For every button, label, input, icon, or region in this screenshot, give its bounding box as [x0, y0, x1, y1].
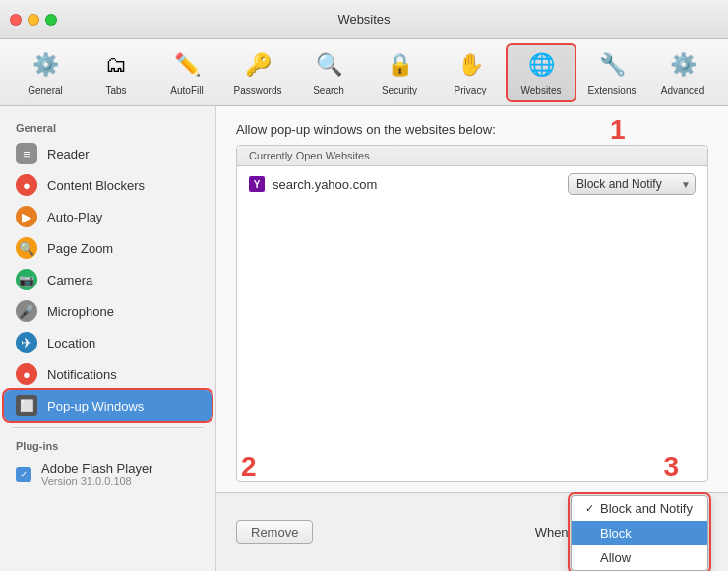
- toolbar-extensions-label: Extensions: [588, 85, 637, 96]
- toolbar-autofill[interactable]: ✏️ AutoFill: [152, 43, 222, 102]
- sidebar-item-auto-play[interactable]: ▶ Auto-Play: [4, 201, 212, 232]
- passwords-icon: 🔑: [242, 49, 273, 81]
- sidebar-group-general: General: [0, 116, 215, 138]
- toolbar-passwords-label: Passwords: [234, 85, 282, 96]
- autofill-icon: ✏️: [171, 49, 203, 81]
- plugin-version: Version 31.0.0.108: [41, 476, 152, 487]
- remove-button[interactable]: Remove: [236, 520, 313, 544]
- dropdown-option-allow[interactable]: ✓ Allow: [572, 545, 707, 570]
- toolbar-privacy-label: Privacy: [455, 85, 487, 96]
- advanced-icon: ⚙️: [667, 49, 698, 81]
- close-button[interactable]: [10, 14, 22, 26]
- bottom-bar: Remove When visiting other websites: ✓ B…: [216, 492, 728, 571]
- general-icon: ⚙️: [30, 49, 61, 81]
- sidebar-label-reader: Reader: [47, 147, 90, 161]
- panel-header: Allow pop-up windows on the websites bel…: [216, 106, 728, 145]
- toolbar: ⚙️ General 🗂 Tabs ✏️ AutoFill 🔑 Password…: [0, 39, 728, 106]
- toolbar-security-label: Security: [382, 85, 417, 96]
- table-row: Y search.yahoo.com Block and Notify Bloc…: [237, 166, 707, 202]
- toolbar-search-label: Search: [313, 85, 344, 96]
- toolbar-security[interactable]: 🔒 Security: [364, 43, 435, 102]
- websites-table: Currently Open Websites Y search.yahoo.c…: [236, 145, 708, 482]
- sidebar-item-camera[interactable]: 📷 Camera: [4, 264, 212, 295]
- toolbar-passwords[interactable]: 🔑 Passwords: [222, 43, 293, 102]
- dropdown-popup: ✓ Block and Notify ✓ Block ✓ Allow: [571, 495, 708, 571]
- microphone-icon: 🎤: [16, 300, 37, 322]
- extensions-icon: 🔧: [596, 49, 628, 81]
- tabs-icon: 🗂: [100, 49, 132, 81]
- header-text: Allow pop-up windows on the websites bel…: [236, 122, 496, 137]
- sidebar: General ≡ Reader ● Content Blockers ▶ Au…: [0, 106, 216, 571]
- sidebar-item-microphone[interactable]: 🎤 Microphone: [4, 295, 212, 327]
- plugin-item-flash: ✓ Adobe Flash Player Version 31.0.0.108: [4, 456, 212, 492]
- sidebar-label-notifications: Notifications: [47, 367, 117, 382]
- sidebar-label-location: Location: [47, 336, 95, 350]
- minimize-button[interactable]: [28, 14, 39, 26]
- table-header: Currently Open Websites: [237, 146, 707, 166]
- security-icon: 🔒: [384, 49, 415, 81]
- sidebar-divider: [12, 427, 204, 428]
- toolbar-privacy[interactable]: ✋ Privacy: [435, 43, 506, 102]
- sidebar-item-content-blockers[interactable]: ● Content Blockers: [4, 169, 212, 201]
- toolbar-websites-label: Websites: [521, 85, 562, 96]
- window-title: Websites: [337, 12, 390, 27]
- sidebar-label-microphone: Microphone: [47, 304, 114, 319]
- sidebar-item-popup-windows[interactable]: ⬜ Pop-up Windows: [4, 390, 212, 421]
- toolbar-advanced[interactable]: ⚙️ Advanced: [647, 43, 718, 102]
- sidebar-label-camera: Camera: [47, 273, 92, 287]
- sidebar-plugins-label: Plug-ins: [0, 434, 215, 456]
- dropdown-label-block-notify: Block and Notify: [600, 501, 693, 516]
- toolbar-general-label: General: [28, 85, 63, 96]
- plugin-checkbox-flash[interactable]: ✓: [16, 467, 31, 482]
- sidebar-label-auto-play: Auto-Play: [47, 210, 102, 224]
- sidebar-item-location[interactable]: ✈ Location: [4, 327, 212, 358]
- sidebar-label-content-blockers: Content Blockers: [47, 178, 145, 193]
- setting-select[interactable]: Block and Notify Block Allow: [568, 173, 696, 195]
- dropdown-label-block: Block: [600, 526, 632, 540]
- traffic-lights: [10, 14, 57, 26]
- sidebar-item-notifications[interactable]: ● Notifications: [4, 358, 212, 390]
- website-url: search.yahoo.com: [273, 177, 560, 192]
- toolbar-general[interactable]: ⚙️ General: [10, 43, 81, 102]
- sidebar-label-popup-windows: Pop-up Windows: [47, 399, 144, 413]
- toolbar-websites[interactable]: 🌐 Websites: [506, 43, 576, 102]
- dropdown-option-block-notify[interactable]: ✓ Block and Notify: [572, 496, 707, 521]
- toolbar-advanced-label: Advanced: [661, 85, 704, 96]
- sidebar-item-page-zoom[interactable]: 🔍 Page Zoom: [4, 232, 212, 264]
- right-panel: Allow pop-up windows on the websites bel…: [216, 106, 728, 571]
- page-zoom-icon: 🔍: [16, 237, 37, 259]
- toolbar-autofill-label: AutoFill: [170, 85, 203, 96]
- camera-icon: 📷: [16, 269, 37, 290]
- toolbar-search[interactable]: 🔍 Search: [293, 43, 364, 102]
- search-icon: 🔍: [313, 49, 344, 81]
- sidebar-item-reader[interactable]: ≡ Reader: [4, 138, 212, 169]
- plugin-name: Adobe Flash Player: [41, 461, 152, 476]
- content-blockers-icon: ●: [16, 174, 37, 196]
- toolbar-tabs[interactable]: 🗂 Tabs: [81, 43, 152, 102]
- location-icon: ✈: [16, 332, 37, 353]
- reader-icon: ≡: [16, 143, 37, 164]
- toolbar-tabs-label: Tabs: [105, 85, 126, 96]
- dropdown-label-allow: Allow: [600, 550, 631, 565]
- plugin-info: Adobe Flash Player Version 31.0.0.108: [41, 461, 152, 487]
- sidebar-label-page-zoom: Page Zoom: [47, 241, 113, 256]
- popup-windows-icon: ⬜: [16, 395, 37, 416]
- websites-icon: 🌐: [525, 49, 557, 81]
- main-content: General ≡ Reader ● Content Blockers ▶ Au…: [0, 106, 728, 571]
- setting-select-wrapper: Block and Notify Block Allow ▼: [568, 173, 696, 195]
- notifications-icon: ●: [16, 363, 37, 385]
- auto-play-icon: ▶: [16, 206, 37, 227]
- privacy-icon: ✋: [455, 49, 486, 81]
- toolbar-extensions[interactable]: 🔧 Extensions: [576, 43, 647, 102]
- dropdown-option-block[interactable]: ✓ Block: [572, 521, 707, 545]
- maximize-button[interactable]: [45, 14, 57, 26]
- check-icon: ✓: [585, 502, 594, 515]
- yahoo-icon: Y: [249, 176, 265, 192]
- title-bar: Websites: [0, 0, 728, 39]
